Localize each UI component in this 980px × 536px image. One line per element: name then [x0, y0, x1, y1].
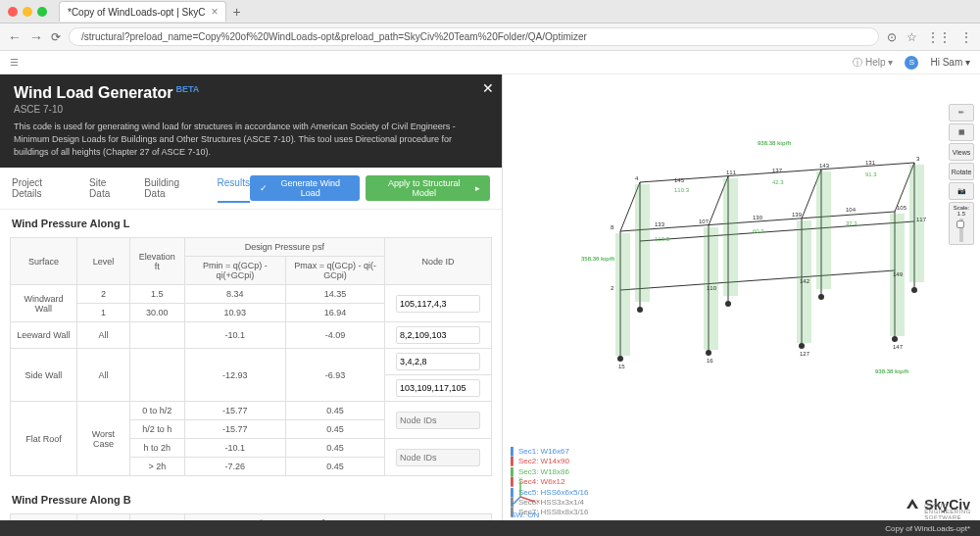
- status-bar: Copy of WindLoads-opt*: [0, 520, 980, 536]
- node-input[interactable]: [396, 353, 480, 370]
- section-title-b: Wind Pressure Along B: [0, 486, 502, 513]
- node-input[interactable]: [396, 412, 480, 429]
- svg-text:111: 111: [726, 170, 737, 175]
- tab-project-details[interactable]: Project Details: [12, 173, 74, 203]
- svg-text:117: 117: [916, 217, 927, 222]
- svg-text:X: X: [536, 499, 540, 505]
- svg-text:42.3: 42.3: [772, 179, 784, 185]
- svg-line-15: [640, 221, 914, 241]
- tab-results[interactable]: Results: [218, 173, 250, 203]
- svg-text:37.3: 37.3: [846, 220, 858, 226]
- node-input[interactable]: [396, 379, 480, 397]
- svg-text:131: 131: [865, 160, 876, 166]
- node-input[interactable]: [396, 295, 480, 313]
- svg-text:8: 8: [611, 224, 614, 230]
- star-icon[interactable]: ☆: [906, 30, 917, 44]
- tab-title: *Copy of WindLoads-opt | SkyC: [68, 7, 205, 18]
- tab-site-data[interactable]: Site Data: [89, 173, 128, 203]
- svg-text:358.36 kip/ft: 358.36 kip/ft: [581, 256, 614, 262]
- hamburger-menu[interactable]: ☰: [10, 57, 19, 68]
- user-greeting[interactable]: Hi Sam ▾: [930, 57, 970, 68]
- search-icon[interactable]: ⊙: [887, 30, 897, 44]
- skyciv-logo: SkyCiv CLOUD ENGINEERING SOFTWARE: [905, 497, 970, 512]
- svg-text:110.3: 110.3: [674, 187, 690, 193]
- svg-text:143: 143: [819, 163, 830, 169]
- svg-text:147: 147: [893, 344, 904, 350]
- apply-to-model-button[interactable]: Apply to Structural Model ▸: [366, 175, 490, 201]
- svg-text:2: 2: [611, 285, 614, 291]
- maximize-window[interactable]: [37, 7, 47, 17]
- svg-text:139: 139: [792, 212, 803, 218]
- wind-pressure-table-l: Surface Level Elevation ft Design Pressu…: [10, 237, 492, 476]
- svg-text:110.3: 110.3: [655, 236, 670, 242]
- menu-icon[interactable]: ⋮: [960, 30, 972, 44]
- svg-text:16: 16: [707, 358, 713, 364]
- browser-chrome: *Copy of WindLoads-opt | SkyC × +: [0, 0, 980, 24]
- svg-text:133: 133: [655, 221, 665, 227]
- close-window[interactable]: [8, 7, 18, 17]
- svg-text:4: 4: [635, 175, 639, 181]
- close-tab-icon[interactable]: ×: [211, 5, 218, 19]
- svg-point-28: [799, 343, 805, 349]
- svg-point-24: [617, 356, 623, 362]
- structure-render: 41111433 8107139105 2117 145137131 13313…: [581, 133, 954, 417]
- svg-text:91.3: 91.3: [865, 171, 877, 177]
- svg-text:110: 110: [707, 285, 717, 291]
- panel-title: Wind Load GeneratorBETA: [14, 84, 488, 102]
- svg-point-27: [725, 301, 731, 307]
- avatar[interactable]: S: [905, 56, 918, 70]
- svg-text:104: 104: [846, 207, 857, 213]
- reload-button[interactable]: ⟳: [51, 30, 61, 44]
- svg-point-29: [818, 294, 824, 300]
- filename: Copy of WindLoads-opt*: [885, 524, 970, 533]
- url-bar[interactable]: /structural?preload_name=Copy%20of%20Win…: [69, 27, 879, 46]
- node-input[interactable]: [396, 326, 480, 344]
- svg-text:Z: Z: [511, 502, 514, 507]
- window-controls: [8, 7, 47, 17]
- tab-row: Project DetailsSite DataBuilding DataRes…: [0, 168, 502, 210]
- section-title-l: Wind Pressure Along L: [0, 210, 502, 237]
- svg-text:130: 130: [753, 215, 763, 220]
- minimize-window[interactable]: [23, 7, 32, 17]
- svg-text:105: 105: [897, 205, 907, 211]
- panel-header: ✕ Wind Load GeneratorBETA ASCE 7-10 This…: [0, 74, 502, 168]
- tool-pencil[interactable]: ✏: [949, 104, 974, 122]
- sw-indicator: SW: ON: [511, 511, 539, 519]
- svg-text:142: 142: [800, 278, 810, 284]
- tab-building-data[interactable]: Building Data: [144, 173, 201, 203]
- svg-text:137: 137: [772, 168, 783, 173]
- svg-text:938.38 kip/ft: 938.38 kip/ft: [758, 140, 791, 146]
- panel-description: This code is used for generating wind lo…: [14, 121, 488, 158]
- svg-text:127: 127: [800, 351, 810, 357]
- svg-rect-18: [816, 171, 831, 289]
- browser-tab[interactable]: *Copy of WindLoads-opt | SkyC ×: [59, 1, 226, 22]
- svg-point-26: [706, 350, 711, 356]
- forward-button[interactable]: →: [29, 29, 43, 45]
- close-panel-icon[interactable]: ✕: [482, 80, 494, 96]
- help-menu[interactable]: ⓘ Help ▾: [853, 56, 893, 70]
- left-panel: ✕ Wind Load GeneratorBETA ASCE 7-10 This…: [0, 74, 502, 536]
- 3d-viewer[interactable]: ✏ ▦ Views Rotate 📷 Scale: 1.5: [503, 74, 980, 536]
- svg-text:938.38 kip/ft: 938.38 kip/ft: [875, 368, 908, 374]
- back-button[interactable]: ←: [8, 29, 22, 45]
- svg-text:60.3: 60.3: [753, 228, 764, 234]
- axis-indicator: Y X Z: [511, 477, 540, 507]
- new-tab-button[interactable]: +: [232, 4, 240, 20]
- generate-wind-load-button[interactable]: ✓ Generate Wind Load: [250, 175, 360, 201]
- nav-bar: ← → ⟳ /structural?preload_name=Copy%20of…: [0, 24, 980, 51]
- svg-text:15: 15: [618, 364, 625, 369]
- panel-subtitle: ASCE 7-10: [14, 104, 488, 115]
- svg-text:145: 145: [674, 177, 685, 183]
- svg-rect-20: [615, 233, 630, 356]
- app-top-bar: ☰ ⓘ Help ▾ S Hi Sam ▾: [0, 51, 980, 74]
- svg-point-30: [892, 336, 898, 342]
- svg-point-25: [637, 307, 643, 313]
- svg-rect-19: [909, 165, 924, 282]
- node-input[interactable]: [396, 449, 480, 466]
- svg-text:149: 149: [893, 271, 904, 277]
- svg-text:107: 107: [699, 219, 710, 224]
- svg-line-66: [520, 497, 535, 502]
- svg-line-14: [620, 270, 895, 290]
- extensions-icon[interactable]: ⋮⋮: [927, 30, 951, 44]
- svg-rect-17: [723, 178, 738, 296]
